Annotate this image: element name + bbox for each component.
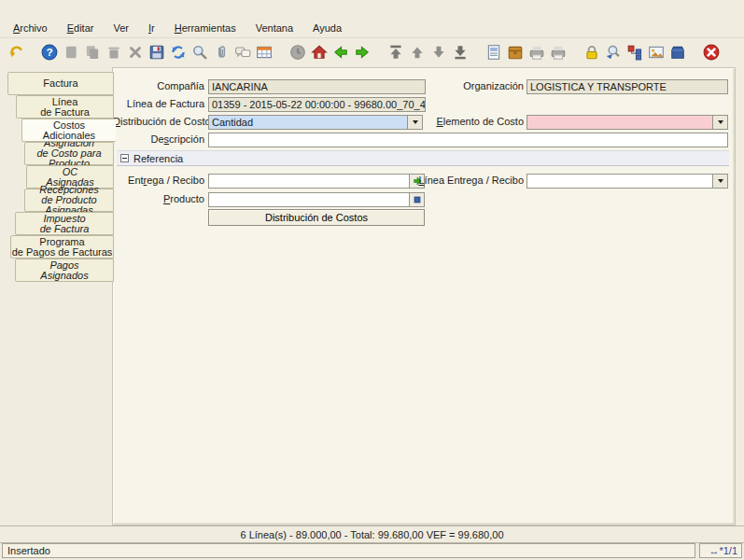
menu-ver[interactable]: Ver	[111, 21, 131, 35]
next-record-button[interactable]	[428, 40, 449, 64]
menu-bar: ArchivoEditarVerIrHerramientasVentanaAyu…	[0, 18, 744, 38]
workflow-icon	[626, 44, 643, 61]
delete-record-button[interactable]	[103, 40, 124, 64]
bottom-status-bar: Insertado ↔*1/1	[0, 543, 744, 558]
organizacion-field: LOGISTICA Y TRANSPORTE	[526, 79, 728, 94]
last-record-button[interactable]	[449, 40, 470, 64]
referencia-group-label: Referencia	[133, 153, 183, 164]
tab-label: de Factura	[40, 107, 90, 118]
organizacion-label: Organización	[337, 79, 524, 93]
linea-entrega-recibo-select[interactable]	[526, 174, 728, 189]
product-cube-icon	[412, 194, 423, 205]
print-preview-button[interactable]	[526, 40, 547, 64]
first-record-button[interactable]	[385, 40, 406, 64]
menu-ir[interactable]: Ir	[147, 21, 157, 35]
tab-costos-adicionales[interactable]: CostosAdicionales	[21, 119, 116, 142]
producto-search-button[interactable]	[409, 192, 425, 207]
undo-icon	[7, 44, 24, 61]
chat-button[interactable]	[232, 40, 253, 64]
refresh-button[interactable]	[167, 40, 189, 64]
arrow-left-icon	[332, 44, 349, 61]
workflow-button[interactable]	[624, 40, 645, 64]
tab-impuesto-de-factura[interactable]: Impuestode Factura	[15, 212, 114, 235]
elemento-costo-label: Elemento de Costo	[337, 115, 524, 129]
menu-herramientas[interactable]: Herramientas	[173, 21, 238, 35]
refresh-icon	[170, 44, 187, 61]
tab-label: OC	[63, 167, 78, 177]
attachment-button[interactable]	[210, 40, 232, 64]
report-button[interactable]	[483, 40, 504, 64]
archive-button[interactable]	[504, 40, 526, 64]
exit-icon	[703, 44, 720, 61]
distribucion-costos-button[interactable]: Distribución de Costos	[208, 209, 425, 226]
delete-selection-button[interactable]	[124, 40, 146, 64]
history-button[interactable]	[287, 40, 308, 64]
tab-label: Adicionales	[43, 131, 95, 141]
app-window: ArchivoEditarVerIrHerramientasVentanaAyu…	[0, 0, 744, 560]
linea-entrega-recibo-label: Línea Entrega / Recibo	[337, 174, 524, 188]
elemento-costo-select[interactable]	[526, 115, 728, 130]
lock-button[interactable]	[581, 40, 602, 64]
exit-button[interactable]	[700, 40, 722, 64]
copy-record-button[interactable]	[81, 40, 103, 64]
report-icon	[485, 44, 502, 61]
zoom-across-button[interactable]	[602, 40, 624, 64]
tab-factura[interactable]: Factura	[7, 72, 114, 95]
descripcion-field[interactable]	[208, 133, 728, 147]
producto-field[interactable]	[208, 192, 410, 207]
tab-pagos-asignados[interactable]: PagosAsignados	[15, 259, 114, 282]
image-icon	[648, 44, 665, 61]
menu-ayuda[interactable]: Ayuda	[311, 21, 344, 35]
grid-icon	[256, 44, 273, 61]
chevron-down-icon[interactable]	[712, 175, 727, 188]
entrega-recibo-label: Entrega / Recibo	[113, 174, 204, 188]
tab-recepciones-de-producto-asignadas[interactable]: Recepcionesde Producto Asignadas	[24, 189, 114, 212]
product-icon	[669, 44, 686, 61]
elemento-costo-value	[527, 116, 712, 129]
compania-label: Compañía	[113, 79, 204, 93]
print-button[interactable]	[547, 40, 569, 64]
up-icon	[409, 44, 426, 61]
help-button[interactable]: ?	[38, 40, 60, 64]
grid-toggle-button[interactable]	[253, 40, 274, 64]
home-icon	[311, 44, 328, 61]
find-button[interactable]	[189, 40, 210, 64]
menu-ventana[interactable]: Ventana	[254, 21, 295, 35]
tab-label: Línea	[52, 97, 78, 107]
parent-record-button[interactable]	[330, 40, 351, 64]
referencia-group-header[interactable]: Referencia	[117, 150, 729, 166]
linea-factura-field: 01359 - 2015-05-22 00:00:00 - 99680.00_7…	[208, 97, 426, 112]
tab-asignacion-de-costo-para-producto[interactable]: Asignaciónde Costo para Producto	[24, 142, 114, 165]
product-info-button[interactable]	[667, 40, 688, 64]
linea-entrega-recibo-value	[527, 175, 712, 188]
record-navigator[interactable]: ↔*1/1	[699, 543, 742, 558]
delete-record-icon	[105, 44, 122, 61]
save-icon	[148, 44, 165, 61]
detail-record-button[interactable]	[351, 40, 372, 64]
form-panel: Compañía IANCARINA Organización LOGISTIC…	[112, 67, 736, 525]
tab-linea-de-factura[interactable]: Líneade Factura	[16, 95, 114, 119]
descripcion-label: Descripción	[113, 133, 204, 147]
previous-record-button[interactable]	[406, 40, 428, 64]
tab-label: Impuesto	[43, 214, 85, 224]
chat-icon	[234, 44, 251, 61]
delete-selection-icon	[127, 44, 144, 61]
save-button[interactable]	[146, 40, 167, 64]
tab-label: Programa	[39, 237, 84, 247]
lock-icon	[583, 44, 600, 61]
print-preview-icon	[528, 44, 545, 61]
check-requests-button[interactable]	[645, 40, 667, 64]
menu-home-button[interactable]	[308, 40, 330, 64]
menu-archivo[interactable]: Archivo	[11, 21, 49, 35]
last-icon	[452, 44, 469, 61]
tab-label: Costos	[53, 120, 85, 131]
chevron-down-icon[interactable]	[712, 116, 727, 129]
new-record-button[interactable]	[60, 40, 81, 64]
copy-record-icon	[84, 44, 101, 61]
archive-icon	[507, 44, 524, 61]
menu-editar[interactable]: Editar	[65, 21, 96, 35]
print-icon	[550, 44, 567, 61]
undo-button[interactable]	[5, 40, 26, 64]
collapse-icon[interactable]	[120, 154, 129, 162]
tab-programa-de-pagos-de-facturas[interactable]: Programade Pagos de Facturas	[10, 235, 114, 259]
